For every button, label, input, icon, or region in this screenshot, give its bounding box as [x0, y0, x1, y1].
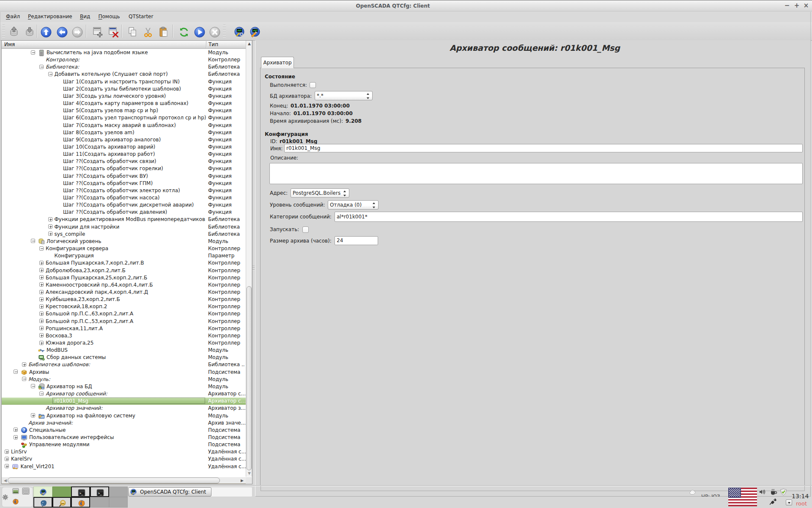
- forward-button[interactable]: [71, 26, 83, 38]
- name-input[interactable]: r01k001_Msg: [284, 144, 803, 152]
- collapse-icon[interactable]: [14, 370, 18, 374]
- tree-row[interactable]: Шаг 11(Создать архиватор работ)Функция: [2, 151, 246, 158]
- tree-row[interactable]: Модуль:Модуль: [2, 376, 246, 383]
- firefox-icon[interactable]: [12, 498, 19, 505]
- tree-row[interactable]: Шаг ??(Создать обработчик связи)Функция: [2, 158, 246, 165]
- tree-row[interactable]: Пользовательские интерфейсыПодсистема: [2, 434, 246, 441]
- maximize-button[interactable]: +: [793, 2, 801, 9]
- tree-row[interactable]: Шаг 3(Создь узлы лоического уровня)Функц…: [2, 93, 246, 100]
- tray-dropdown-button[interactable]: [786, 500, 792, 505]
- menu-1[interactable]: Файл: [6, 14, 20, 19]
- expand-icon[interactable]: [48, 232, 52, 236]
- expand-icon[interactable]: [14, 435, 18, 439]
- tree-row[interactable]: ModBUSМодуль: [2, 347, 246, 354]
- message-categories-input[interactable]: al*r01k001*: [335, 212, 803, 222]
- tree-row[interactable]: Каменноостровский пр.,64,корп.4,лит.БКон…: [2, 282, 246, 289]
- tree-row[interactable]: Библиотека:Библиотека: [2, 64, 246, 71]
- splitter-grip[interactable]: [252, 266, 255, 266]
- toolbar-handle[interactable]: [223, 25, 226, 38]
- tree-row[interactable]: Шаг 8(Создать узелов am)Функция: [2, 129, 246, 136]
- tree-row[interactable]: КонфигурацияПараметр: [2, 252, 246, 260]
- pager-empty-cell[interactable]: [109, 497, 128, 508]
- coffee-icon[interactable]: [769, 488, 778, 496]
- tree-row[interactable]: sys_compileБиблиотека: [2, 231, 246, 238]
- settings-gear-icon[interactable]: [2, 494, 8, 500]
- tree-row[interactable]: Добролюбова,23,корп.2,лит.БКонтроллер: [2, 267, 246, 274]
- tree-row[interactable]: Контроллер:Контроллер: [2, 56, 246, 64]
- tree-row[interactable]: Шаг ??(Создать обработчик горелки)Функци…: [2, 165, 246, 172]
- tree-row[interactable]: Сбор данных системыМодуль: [2, 354, 246, 361]
- expand-icon[interactable]: [39, 290, 44, 294]
- scroll-up-icon[interactable]: ▲: [248, 42, 251, 46]
- tree-row[interactable]: Шаг ??(Создать обработчик дискретной ава…: [2, 202, 246, 209]
- tree-row[interactable]: Karel_Virt201Удалённая с...: [2, 463, 246, 470]
- tree-row[interactable]: Управление модулямиПодсистема: [2, 441, 246, 448]
- scroll-left-icon[interactable]: ◀: [4, 479, 7, 483]
- description-textarea[interactable]: [269, 163, 803, 184]
- paste-item-button[interactable]: [158, 26, 170, 38]
- collapse-icon[interactable]: [31, 50, 35, 55]
- collapse-icon[interactable]: [39, 65, 44, 69]
- expand-icon[interactable]: [39, 282, 44, 287]
- tree-row[interactable]: Большой пр.П.С.,63,корп.2,лит.АКонтролле…: [2, 310, 246, 318]
- splitter-grip[interactable]: [252, 268, 255, 268]
- speaker-icon[interactable]: [758, 489, 766, 495]
- expand-icon[interactable]: [14, 428, 18, 432]
- spinner-arrows-icon[interactable]: [343, 190, 346, 196]
- tree-row[interactable]: ?СпециальныеПодсистема: [2, 427, 246, 434]
- tree-row[interactable]: Шаг 7(Создать маску аварий в шаблонах)Фу…: [2, 122, 246, 129]
- tree-row[interactable]: Александровский парк,4,корп.4,лит.ДКонтр…: [2, 289, 246, 296]
- tree-column-name[interactable]: Имя: [4, 41, 15, 47]
- tree-row[interactable]: Воскова,3Контроллер: [2, 332, 246, 340]
- tree-row[interactable]: Большая Пушкарская,7,корп.2,лит.ВКонтрол…: [2, 260, 246, 267]
- collapse-icon[interactable]: [39, 392, 44, 396]
- tree-row[interactable]: Шаг 4(Создать карту параметров в шаблона…: [2, 100, 246, 107]
- tree-row[interactable]: Крестовский,18,корп.2Контроллер: [2, 303, 246, 310]
- expand-icon[interactable]: [39, 333, 44, 337]
- expand-icon[interactable]: [39, 304, 44, 309]
- expand-icon[interactable]: [39, 261, 44, 265]
- expand-icon[interactable]: [39, 341, 44, 345]
- start-button[interactable]: [194, 26, 206, 38]
- tree-row[interactable]: Шаг 1(Создать и настроить транспорты IN)…: [2, 78, 246, 86]
- expand-icon[interactable]: [22, 362, 26, 367]
- tree-row[interactable]: Функции редактирования ModBus приемопере…: [2, 216, 246, 223]
- add-item-button[interactable]: [92, 26, 104, 38]
- menu-2[interactable]: Редактирование: [28, 14, 72, 19]
- qtstarter-config-button[interactable]: [233, 26, 245, 38]
- minimize-button[interactable]: −: [783, 2, 791, 9]
- shield-check-icon[interactable]: [779, 488, 787, 496]
- tree-horizontal-scrollbar-thumb[interactable]: [8, 478, 220, 483]
- tree-row[interactable]: Архиватор на БДМодуль: [2, 383, 246, 390]
- tree-row[interactable]: Функции для настройкиБиблиотека: [2, 224, 246, 231]
- tree-row[interactable]: Южная дорога,25Контроллер: [2, 340, 246, 347]
- pager-empty-cell[interactable]: [109, 486, 128, 497]
- tree-column-type[interactable]: Тип: [208, 41, 218, 47]
- expand-icon[interactable]: [39, 319, 44, 323]
- expand-icon[interactable]: [31, 413, 35, 417]
- tree-row[interactable]: Шаг ??(Создать обработчик насоса)Функция: [2, 194, 246, 202]
- tab-archivator[interactable]: Архиватор: [261, 57, 294, 68]
- tree-row[interactable]: KarelSrvУдалённая с...: [2, 456, 246, 463]
- us-flag-icon[interactable]: [728, 488, 757, 506]
- weather-cloud-icon[interactable]: [688, 489, 698, 496]
- expand-icon[interactable]: [39, 297, 44, 301]
- tree-row[interactable]: Библиотека шаблонов:Библиотека ..: [2, 361, 246, 368]
- collapse-icon[interactable]: [22, 377, 26, 381]
- load-from-db-button[interactable]: [9, 26, 21, 38]
- menu-5[interactable]: QTStarter: [129, 14, 153, 19]
- address-combobox[interactable]: PostgreSQL.Boilers: [291, 188, 349, 198]
- expand-icon[interactable]: [48, 224, 52, 229]
- tree-row[interactable]: Шаг ??(Создать обработчик давления)Функц…: [2, 209, 246, 216]
- delete-item-button[interactable]: [107, 26, 119, 38]
- pager-terminal-cell[interactable]: >_: [71, 486, 90, 497]
- tree-row[interactable]: Шаг 5(Создать узелов map ср и hp)Функция: [2, 107, 246, 114]
- collapse-icon[interactable]: [39, 246, 44, 251]
- tree-row[interactable]: LinSrvУдалённая с...: [2, 448, 246, 456]
- message-level-combobox[interactable]: Отладка (0): [328, 200, 379, 210]
- up-button[interactable]: [40, 26, 52, 38]
- tree-row[interactable]: Шаг ??(Создать обработчик ГПМ)Функция: [2, 180, 246, 187]
- tree-row[interactable]: Вычислитель на java подобном языкеМодуль: [2, 49, 246, 56]
- tree-row[interactable]: Архиватор на файловую системуМодуль: [2, 412, 246, 420]
- copy-item-button[interactable]: [126, 26, 138, 38]
